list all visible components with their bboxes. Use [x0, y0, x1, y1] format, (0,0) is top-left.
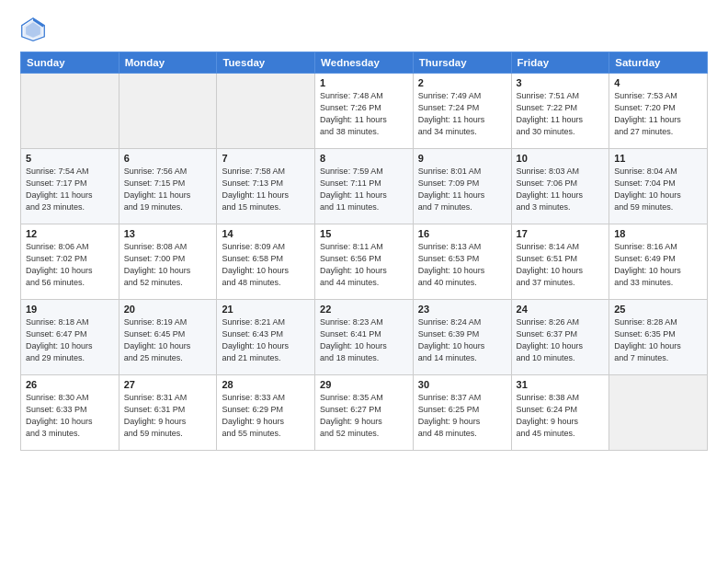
day-info: Sunrise: 8:33 AM Sunset: 6:29 PM Dayligh…: [222, 392, 310, 440]
day-number: 17: [517, 228, 605, 239]
calendar-cell: 27Sunrise: 8:31 AM Sunset: 6:31 PM Dayli…: [119, 375, 217, 451]
day-info: Sunrise: 8:21 AM Sunset: 6:43 PM Dayligh…: [222, 316, 310, 364]
day-info: Sunrise: 7:49 AM Sunset: 7:24 PM Dayligh…: [418, 90, 506, 138]
day-info: Sunrise: 7:54 AM Sunset: 7:17 PM Dayligh…: [26, 166, 114, 213]
day-number: 13: [124, 228, 212, 239]
calendar-cell: [609, 375, 708, 451]
day-info: Sunrise: 8:14 AM Sunset: 6:51 PM Dayligh…: [517, 241, 605, 289]
logo: [20, 17, 50, 42]
weekday-header-monday: Monday: [119, 52, 217, 74]
day-info: Sunrise: 8:38 AM Sunset: 6:24 PM Dayligh…: [517, 392, 605, 440]
day-number: 10: [517, 153, 605, 164]
day-number: 1: [320, 77, 408, 88]
weekday-header-friday: Friday: [511, 52, 609, 74]
day-number: 22: [320, 304, 408, 315]
day-number: 12: [26, 228, 114, 239]
day-number: 16: [418, 228, 506, 239]
day-number: 11: [614, 153, 702, 164]
calendar-cell: 7Sunrise: 7:58 AM Sunset: 7:13 PM Daylig…: [217, 149, 315, 224]
day-number: 23: [418, 304, 506, 315]
day-number: 31: [517, 379, 605, 390]
calendar-header-row: SundayMondayTuesdayWednesdayThursdayFrid…: [21, 52, 708, 74]
calendar-cell: 10Sunrise: 8:03 AM Sunset: 7:06 PM Dayli…: [511, 149, 609, 224]
day-info: Sunrise: 7:58 AM Sunset: 7:13 PM Dayligh…: [222, 166, 310, 213]
weekday-header-tuesday: Tuesday: [217, 52, 315, 74]
calendar-cell: 14Sunrise: 8:09 AM Sunset: 6:58 PM Dayli…: [217, 224, 315, 300]
day-number: 27: [124, 379, 212, 390]
calendar-week-4: 19Sunrise: 8:18 AM Sunset: 6:47 PM Dayli…: [21, 300, 708, 375]
calendar-cell: 25Sunrise: 8:28 AM Sunset: 6:35 PM Dayli…: [609, 300, 708, 375]
calendar-cell: 26Sunrise: 8:30 AM Sunset: 6:33 PM Dayli…: [21, 375, 119, 451]
calendar-cell: 31Sunrise: 8:38 AM Sunset: 6:24 PM Dayli…: [511, 375, 609, 451]
calendar-table: SundayMondayTuesdayWednesdayThursdayFrid…: [20, 52, 708, 451]
day-info: Sunrise: 8:28 AM Sunset: 6:35 PM Dayligh…: [614, 316, 702, 364]
calendar-cell: 20Sunrise: 8:19 AM Sunset: 6:45 PM Dayli…: [119, 300, 217, 375]
day-number: 29: [320, 379, 408, 390]
calendar-week-5: 26Sunrise: 8:30 AM Sunset: 6:33 PM Dayli…: [21, 375, 708, 451]
calendar-cell: 12Sunrise: 8:06 AM Sunset: 7:02 PM Dayli…: [21, 224, 119, 300]
calendar-cell: [119, 74, 217, 149]
calendar-cell: 9Sunrise: 8:01 AM Sunset: 7:09 PM Daylig…: [413, 149, 511, 224]
calendar-cell: 22Sunrise: 8:23 AM Sunset: 6:41 PM Dayli…: [315, 300, 414, 375]
day-info: Sunrise: 8:03 AM Sunset: 7:06 PM Dayligh…: [517, 166, 605, 213]
day-number: 8: [320, 153, 408, 164]
calendar-cell: 24Sunrise: 8:26 AM Sunset: 6:37 PM Dayli…: [511, 300, 609, 375]
day-number: 24: [517, 304, 605, 315]
day-info: Sunrise: 8:06 AM Sunset: 7:02 PM Dayligh…: [26, 241, 114, 289]
day-number: 7: [222, 153, 310, 164]
calendar-cell: 15Sunrise: 8:11 AM Sunset: 6:56 PM Dayli…: [315, 224, 414, 300]
day-info: Sunrise: 8:23 AM Sunset: 6:41 PM Dayligh…: [320, 316, 408, 364]
day-info: Sunrise: 8:35 AM Sunset: 6:27 PM Dayligh…: [320, 392, 408, 440]
calendar-cell: 23Sunrise: 8:24 AM Sunset: 6:39 PM Dayli…: [413, 300, 511, 375]
day-number: 9: [418, 153, 506, 164]
calendar-cell: 4Sunrise: 7:53 AM Sunset: 7:20 PM Daylig…: [609, 74, 708, 149]
day-info: Sunrise: 8:19 AM Sunset: 6:45 PM Dayligh…: [124, 316, 212, 364]
weekday-header-saturday: Saturday: [609, 52, 708, 74]
calendar-cell: 13Sunrise: 8:08 AM Sunset: 7:00 PM Dayli…: [119, 224, 217, 300]
day-number: 20: [124, 304, 212, 315]
day-info: Sunrise: 8:31 AM Sunset: 6:31 PM Dayligh…: [124, 392, 212, 440]
calendar-cell: 5Sunrise: 7:54 AM Sunset: 7:17 PM Daylig…: [21, 149, 119, 224]
day-info: Sunrise: 8:18 AM Sunset: 6:47 PM Dayligh…: [26, 316, 114, 364]
calendar-cell: 1Sunrise: 7:48 AM Sunset: 7:26 PM Daylig…: [315, 74, 414, 149]
day-number: 30: [418, 379, 506, 390]
day-info: Sunrise: 8:13 AM Sunset: 6:53 PM Dayligh…: [418, 241, 506, 289]
calendar-cell: [217, 74, 315, 149]
weekday-header-wednesday: Wednesday: [315, 52, 414, 74]
calendar-cell: 16Sunrise: 8:13 AM Sunset: 6:53 PM Dayli…: [413, 224, 511, 300]
calendar-cell: 6Sunrise: 7:56 AM Sunset: 7:15 PM Daylig…: [119, 149, 217, 224]
calendar-cell: 8Sunrise: 7:59 AM Sunset: 7:11 PM Daylig…: [315, 149, 414, 224]
calendar-week-3: 12Sunrise: 8:06 AM Sunset: 7:02 PM Dayli…: [21, 224, 708, 300]
day-info: Sunrise: 8:11 AM Sunset: 6:56 PM Dayligh…: [320, 241, 408, 289]
day-number: 14: [222, 228, 310, 239]
calendar-cell: 3Sunrise: 7:51 AM Sunset: 7:22 PM Daylig…: [511, 74, 609, 149]
day-number: 18: [614, 228, 702, 239]
day-info: Sunrise: 7:59 AM Sunset: 7:11 PM Dayligh…: [320, 166, 408, 213]
header: [20, 17, 708, 42]
day-info: Sunrise: 8:08 AM Sunset: 7:00 PM Dayligh…: [124, 241, 212, 289]
calendar-cell: 11Sunrise: 8:04 AM Sunset: 7:04 PM Dayli…: [609, 149, 708, 224]
day-number: 15: [320, 228, 408, 239]
day-info: Sunrise: 8:09 AM Sunset: 6:58 PM Dayligh…: [222, 241, 310, 289]
day-info: Sunrise: 8:16 AM Sunset: 6:49 PM Dayligh…: [614, 241, 702, 289]
calendar-cell: 30Sunrise: 8:37 AM Sunset: 6:25 PM Dayli…: [413, 375, 511, 451]
day-number: 2: [418, 77, 506, 88]
day-number: 26: [26, 379, 114, 390]
day-info: Sunrise: 7:53 AM Sunset: 7:20 PM Dayligh…: [614, 90, 702, 138]
day-info: Sunrise: 8:30 AM Sunset: 6:33 PM Dayligh…: [26, 392, 114, 440]
page: SundayMondayTuesdayWednesdayThursdayFrid…: [0, 0, 728, 563]
day-info: Sunrise: 7:56 AM Sunset: 7:15 PM Dayligh…: [124, 166, 212, 213]
weekday-header-thursday: Thursday: [413, 52, 511, 74]
day-number: 21: [222, 304, 310, 315]
weekday-header-sunday: Sunday: [21, 52, 119, 74]
day-number: 5: [26, 153, 114, 164]
day-number: 28: [222, 379, 310, 390]
day-info: Sunrise: 8:04 AM Sunset: 7:04 PM Dayligh…: [614, 166, 702, 213]
calendar-cell: 19Sunrise: 8:18 AM Sunset: 6:47 PM Dayli…: [21, 300, 119, 375]
day-info: Sunrise: 8:37 AM Sunset: 6:25 PM Dayligh…: [418, 392, 506, 440]
calendar-cell: 28Sunrise: 8:33 AM Sunset: 6:29 PM Dayli…: [217, 375, 315, 451]
day-info: Sunrise: 8:24 AM Sunset: 6:39 PM Dayligh…: [418, 316, 506, 364]
calendar-cell: 21Sunrise: 8:21 AM Sunset: 6:43 PM Dayli…: [217, 300, 315, 375]
day-number: 25: [614, 304, 702, 315]
calendar-cell: 17Sunrise: 8:14 AM Sunset: 6:51 PM Dayli…: [511, 224, 609, 300]
